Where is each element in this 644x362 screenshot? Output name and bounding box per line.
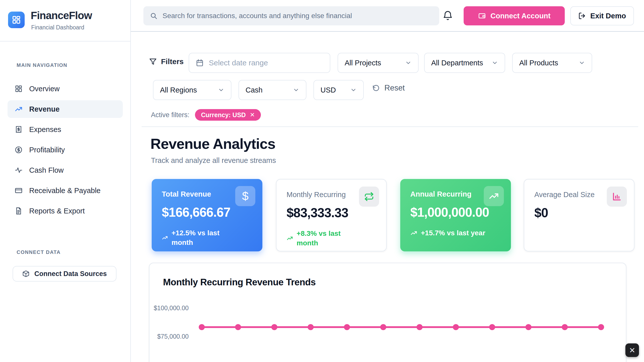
metric-card-average-deal-size: Average Deal Size $0 bbox=[524, 179, 634, 251]
sidebar-item-cash-flow[interactable]: Cash Flow bbox=[8, 161, 123, 179]
sidebar-item-label: Expenses bbox=[29, 125, 61, 134]
metric-trend-text: +15.7% vs last year bbox=[421, 228, 485, 238]
app-logo bbox=[8, 12, 25, 28]
sidebar-item-overview[interactable]: Overview bbox=[8, 80, 123, 98]
sidebar-item-label: Cash Flow bbox=[29, 166, 64, 174]
rotate-ccw-icon bbox=[372, 84, 380, 92]
metric-card-annual-recurring: Annual Recurring $1,000,000.00 +15.7% vs… bbox=[400, 179, 511, 251]
trending-up-icon bbox=[15, 105, 23, 113]
projects-select[interactable]: All Projects bbox=[338, 53, 419, 73]
departments-select-value: All Departments bbox=[431, 59, 483, 67]
currency-filter-chip[interactable]: Currency: USD ✕ bbox=[195, 109, 261, 121]
chevron-down-icon bbox=[350, 87, 357, 93]
trending-up-icon bbox=[162, 234, 168, 241]
filters-label: Filters bbox=[149, 57, 184, 66]
calendar-icon bbox=[196, 59, 204, 67]
connect-data-label: CONNECT DATA bbox=[17, 249, 61, 255]
metric-trend: +8.3% vs last month bbox=[287, 229, 359, 248]
sidebar-item-revenue[interactable]: Revenue bbox=[8, 100, 123, 118]
reset-label: Reset bbox=[384, 83, 405, 93]
chevron-down-icon bbox=[293, 87, 299, 93]
payment-type-select-value: Cash bbox=[246, 86, 263, 94]
date-range-input[interactable]: Select date range bbox=[189, 53, 330, 73]
chevron-down-icon bbox=[218, 87, 224, 93]
sidebar-item-receivable-payable[interactable]: Receivable & Payable bbox=[8, 182, 123, 199]
exit-demo-label: Exit Demo bbox=[590, 12, 626, 20]
metric-value: $166,666.67 bbox=[162, 205, 252, 220]
trending-up-icon bbox=[484, 186, 504, 206]
topbar: Connect Account Exit Demo bbox=[131, 0, 644, 32]
circle-dollar-icon bbox=[15, 146, 23, 154]
sidebar-item-label: Revenue bbox=[29, 105, 60, 113]
close-icon: ✕ bbox=[629, 346, 635, 355]
chevron-down-icon bbox=[579, 60, 585, 66]
page-subtitle: Track and analyze all revenue streams bbox=[151, 156, 276, 165]
connect-data-sources-button[interactable]: Connect Data Sources bbox=[13, 266, 116, 282]
payment-type-select[interactable]: Cash bbox=[238, 80, 306, 100]
notifications-button[interactable] bbox=[442, 10, 454, 22]
section-divider bbox=[142, 126, 638, 127]
mrr-line-chart bbox=[149, 263, 626, 362]
bar-chart-icon bbox=[607, 187, 627, 207]
connect-data-sources-label: Connect Data Sources bbox=[34, 270, 107, 278]
currency-select-value: USD bbox=[320, 86, 336, 94]
regions-select-value: All Regions bbox=[160, 86, 197, 94]
metric-value: $1,000,000.00 bbox=[410, 205, 501, 220]
funnel-icon bbox=[149, 58, 157, 66]
sidebar-item-label: Reports & Export bbox=[29, 207, 85, 215]
chip-label: Currency: USD bbox=[201, 111, 246, 119]
reset-filters-button[interactable]: Reset bbox=[372, 83, 405, 93]
metric-value: $83,333.33 bbox=[287, 205, 376, 220]
sidebar-item-label: Receivable & Payable bbox=[29, 187, 101, 195]
active-filters-label: Active filters: bbox=[151, 111, 189, 119]
chevron-down-icon bbox=[405, 60, 412, 66]
receipt-icon bbox=[15, 125, 23, 133]
search-icon bbox=[150, 12, 157, 20]
filters-text: Filters bbox=[161, 57, 184, 66]
repeat-icon bbox=[359, 187, 379, 207]
package-icon bbox=[22, 270, 30, 278]
log-out-icon bbox=[578, 12, 586, 20]
search-input[interactable] bbox=[163, 12, 433, 20]
search-bar[interactable] bbox=[143, 6, 439, 25]
departments-select[interactable]: All Departments bbox=[424, 53, 505, 73]
page-title: Revenue Analytics bbox=[150, 135, 275, 152]
activity-icon bbox=[15, 166, 23, 174]
sidebar-item-reports-export[interactable]: Reports & Export bbox=[8, 202, 123, 220]
metric-trend: +15.7% vs last year bbox=[410, 228, 506, 238]
sidebar-item-label: Overview bbox=[29, 85, 60, 93]
sidebar-item-label: Profitability bbox=[29, 146, 65, 154]
metric-trend-text: +12.5% vs last month bbox=[172, 228, 235, 247]
metric-card-total-revenue: Total Revenue $166,666.67 +12.5% vs last… bbox=[152, 179, 262, 251]
sidebar-item-expenses[interactable]: Expenses bbox=[8, 121, 123, 138]
regions-select[interactable]: All Regions bbox=[153, 80, 231, 100]
products-select-value: All Products bbox=[519, 59, 558, 67]
sidebar-divider bbox=[0, 41, 131, 41]
currency-select[interactable]: USD bbox=[313, 80, 364, 100]
overlay-close-button[interactable]: ✕ bbox=[625, 343, 639, 357]
date-range-placeholder: Select date range bbox=[209, 59, 268, 67]
chevron-down-icon bbox=[492, 60, 498, 66]
exit-demo-button[interactable]: Exit Demo bbox=[570, 6, 634, 25]
sidebar-item-profitability[interactable]: Profitability bbox=[8, 141, 123, 159]
sidebar: FinanceFlow Financial Dashboard MAIN NAV… bbox=[0, 0, 131, 362]
metric-value: $0 bbox=[534, 205, 624, 220]
bell-icon bbox=[442, 10, 453, 21]
connect-account-label: Connect Account bbox=[491, 12, 551, 20]
metric-card-monthly-recurring: Monthly Recurring $83,333.33 +8.3% vs la… bbox=[276, 179, 387, 251]
dashboard-logo-icon bbox=[12, 15, 21, 25]
projects-select-value: All Projects bbox=[345, 59, 381, 67]
products-select[interactable]: All Products bbox=[512, 53, 592, 73]
dollar-icon: $ bbox=[235, 186, 255, 206]
dashboard-icon bbox=[15, 85, 23, 93]
chip-close-icon[interactable]: ✕ bbox=[250, 111, 255, 118]
metric-trend-text: +8.3% vs last month bbox=[297, 229, 359, 248]
connect-account-button[interactable]: Connect Account bbox=[464, 6, 565, 25]
trending-up-icon bbox=[410, 230, 417, 237]
file-text-icon bbox=[15, 207, 23, 215]
wallet-icon bbox=[478, 12, 486, 20]
main-navigation-label: MAIN NAVIGATION bbox=[17, 62, 67, 68]
brand-tagline: Financial Dashboard bbox=[31, 24, 84, 31]
trending-up-icon bbox=[287, 235, 293, 242]
sidebar-nav: Overview Revenue Expenses Profitability bbox=[8, 80, 123, 220]
